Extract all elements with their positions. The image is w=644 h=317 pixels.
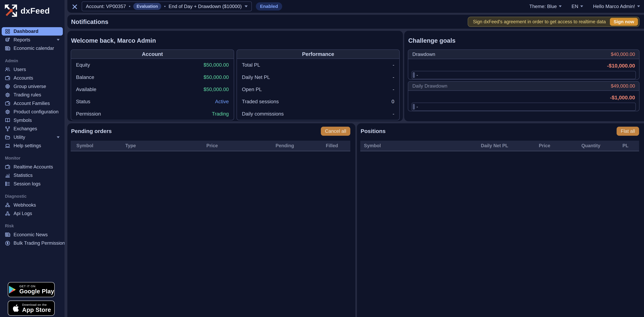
sidebar-item-realtime-accounts[interactable]: Realtime Accounts [0,163,64,171]
sidebar-item-product-configuration[interactable]: Product configuration [0,108,64,116]
sidebar-section-monitor: Monitor [5,156,60,161]
sidebar-item-label: Session logs [14,181,40,187]
sidebar-item-bulk-trading-permissions[interactable]: Bulk Trading Permissions [0,239,64,247]
sidebar-item-label: Utility [14,135,25,140]
row-label: Open PL [242,87,262,92]
sidebar-item-label: Symbols [14,118,32,123]
user-menu[interactable]: Hello Marco Admin! [593,4,640,9]
goal-header: Daily Drawdown $49,000.00 [408,82,639,91]
sidebar-item-label: Bulk Trading Permissions [14,240,64,246]
top-bar: Account: VP00357 • Evaluation • End of D… [67,0,644,13]
gear-icon [5,109,10,115]
column-header: Price [179,143,245,148]
sidebar-item-label: Realtime Accounts [14,164,53,170]
bar-chart-icon [5,173,10,178]
pending-orders-title: Pending orders [71,128,112,134]
laptop-icon [5,143,10,148]
sidebar-section-admin: Admin [5,58,60,63]
book-icon [5,118,10,123]
row-label: Traded sessions [242,99,279,104]
sidebar-item-label: Webhooks [14,202,36,208]
pending-orders-header: Pending orders Cancel all [67,123,355,136]
row-value: $50,000.00 [204,74,229,80]
sidebar-item-label: Statistics [14,173,32,178]
language-selector[interactable]: EN [572,4,583,9]
sidebar-item-statistics[interactable]: Statistics [0,171,64,180]
chip-icon [5,84,10,89]
row-label: Status [76,99,90,104]
pending-orders-table-header: Symbol Type Price Pending Filled [71,141,350,151]
sidebar-item-api-logs[interactable]: Api Logs [0,209,64,218]
sidebar-item-label: Accounts [14,75,33,81]
column-header: Filled [294,143,338,148]
app-store-badge[interactable]: Download on the App Store [8,300,54,316]
sidebar-item-economic-news[interactable]: Economic News [0,230,64,239]
sign-now-button[interactable]: Sign now [610,18,638,26]
separator-dot: • [164,4,166,9]
sidebar-item-group-universe[interactable]: Group universe [0,82,64,91]
sidebar-item-label: Users [14,67,26,72]
sidebar-section-risk: Risk [5,223,60,228]
newspaper-icon [5,232,10,237]
table-row: Balance $50,000.00 [71,71,234,83]
goal-progress-bar[interactable]: - [412,103,636,111]
notifications-bar: Notifications Sign dxFeed's agreement in… [67,15,644,29]
goal-amount: -$1,000.00 [408,95,639,101]
pending-orders-panel: Pending orders Cancel all Symbol Type Pr… [67,123,355,317]
sidebar-item-webhooks[interactable]: Webhooks [0,201,64,209]
cancel-all-button[interactable]: Cancel all [321,127,350,136]
google-play-badge[interactable]: GET IT ON Google Play [8,282,54,297]
performance-card-title: Performance [237,50,399,59]
sidebar-item-users[interactable]: Users [0,65,64,74]
goal-target: $49,000.00 [611,83,635,89]
sidebar-item-label: Economic News [14,232,48,237]
dxfeed-logo-icon [4,4,18,18]
row-label: Total PL [242,62,260,68]
list-icon [5,181,10,186]
wallet-icon [5,101,10,106]
table-row: Daily commissions - [237,108,399,120]
table-row: Status Active [71,96,234,108]
goal-target: $40,000.00 [611,52,635,57]
enabled-badge[interactable]: Enabled [256,2,282,11]
row-label: Daily Net PL [242,74,270,80]
chevron-down-icon [244,6,248,7]
account-selector[interactable]: Account: VP00357 • Evaluation • End of D… [82,2,252,11]
daily-drawdown-goal-card: Daily Drawdown $49,000.00 -$1,000.00 - [408,81,640,111]
flat-all-button[interactable]: Flat all [616,127,639,136]
theme-selector[interactable]: Theme: Blue [529,4,562,9]
sidebar-item-label: Trading rules [14,92,41,98]
goal-header: Drawdown $40,000.00 [408,50,639,59]
welcome-heading: Welcome back, Marco Admin [71,37,400,44]
sidebar-item-symbols[interactable]: Symbols [0,116,64,124]
goal-name: Daily Drawdown [412,83,448,89]
sidebar-item-economic-calendar[interactable]: Economic calendar [0,44,64,53]
sidebar-item-label: Group universe [14,84,46,89]
row-value: Trading [212,111,229,117]
goal-progress-bar[interactable]: - [412,71,636,79]
sidebar-item-session-logs[interactable]: Session logs [0,180,64,188]
sidebar-item-dashboard[interactable]: Dashboard [2,27,63,36]
sidebar-item-exchanges[interactable]: Exchanges [0,125,64,133]
wallet-icon [5,164,10,169]
drawdown-goal-card: Drawdown $40,000.00 -$10,000.00 - [408,50,640,80]
sidebar-item-trading-rules[interactable]: Trading rules [0,91,64,99]
sidebar-item-accounts[interactable]: Accounts [0,74,64,82]
notifications-title: Notifications [71,18,108,25]
logo[interactable]: dxFeed [0,0,64,18]
sidebar-item-account-families[interactable]: Account Families [0,99,64,108]
progress-fill [413,104,415,110]
wallet-icon [5,75,10,81]
app-store-text: Download on the App Store [22,303,51,313]
theme-label: Theme: Blue [529,4,557,9]
sidebar-item-reports[interactable]: Reports [0,36,64,44]
sidebar-item-help-settings[interactable]: Help settings [0,141,64,150]
agreement-warning-banner: Sign dxFeed's agreement in order to get … [468,17,640,27]
gear-icon [5,92,10,98]
chevron-down-icon [637,6,640,7]
dollar-circle-icon [5,240,10,246]
close-account-button[interactable] [72,4,78,9]
chevron-down-icon [559,6,562,7]
challenge-goals-title: Challenge goals [408,37,640,44]
sidebar-item-utility[interactable]: Utility [0,133,64,141]
